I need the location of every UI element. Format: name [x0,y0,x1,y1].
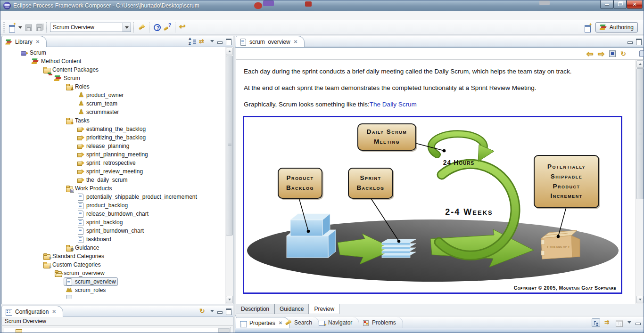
tree-item[interactable]: release_planning [2,142,224,150]
minimize-button[interactable] [600,0,613,9]
configuration-combo[interactable]: Scrum Overview [50,23,131,32]
tab-search[interactable]: Search [281,317,319,328]
tree-item[interactable]: the_daily_scrum [2,176,224,184]
browser-print-icon[interactable] [639,50,644,57]
library-view: Library ✕ Scrum Method Content Content [1,36,233,304]
view-menu-icon[interactable] [627,319,631,326]
new-dropdown-button[interactable] [17,22,23,32]
browser-back-icon[interactable]: ⇦ [586,50,593,58]
tree-item[interactable]: scrum_team [2,99,224,108]
scroll-down-button[interactable] [226,296,233,303]
tab-guidance[interactable]: Guidance [274,304,309,314]
tab-navigator[interactable]: Navigator [315,317,359,328]
tab-problems[interactable]: Problems [359,317,403,328]
tree-item-label: scrummaster [86,109,119,115]
tree-item[interactable]: product_owner [2,91,224,99]
tab-description[interactable]: Description [236,304,274,314]
minimize-view-icon[interactable] [217,38,223,45]
save-button[interactable] [23,22,33,32]
tree-item[interactable]: Tasks [2,116,224,125]
tree-item[interactable] [2,294,224,303]
close-icon[interactable]: ✕ [52,309,56,314]
table-layout-icon[interactable] [615,319,623,326]
minimize-view-icon[interactable] [635,319,641,326]
tree-item[interactable]: scrum_overview [2,269,224,277]
tree-item[interactable]: Scrum [2,49,224,57]
browser-refresh-icon[interactable]: ↻ [620,50,626,57]
menu-item[interactable] [21,15,30,16]
tree-item[interactable]: sprint_review_meeting [2,167,224,176]
tree-item[interactable]: sprint_planning_meeting [2,150,224,159]
tab-library[interactable]: Library ✕ [1,36,47,47]
tree-item[interactable]: scrummaster [2,108,224,116]
tree-item[interactable]: taskboard [2,235,224,244]
browser-forward-icon[interactable]: ⇨ [598,50,604,58]
authoring-perspective-button[interactable]: Authoring [595,22,638,32]
view-menu-icon[interactable] [209,38,214,45]
tree-item[interactable]: Method Content [2,57,224,65]
close-icon[interactable]: ✕ [294,39,297,44]
menu-item[interactable] [55,15,64,16]
tree-item[interactable]: product_backlog [2,201,224,210]
daily-scrum-link[interactable]: The Daily Scrum [370,101,417,108]
close-button[interactable]: ✕ [627,0,643,9]
menu-item[interactable] [30,15,38,16]
scroll-up-button[interactable] [226,48,233,55]
tree-item[interactable]: Custom Categories [2,260,224,269]
tree-layout-icon[interactable] [592,318,600,327]
tree-item[interactable]: Content Packages [2,65,224,74]
tree-item[interactable]: scrum_roles [2,286,224,294]
menu-item[interactable] [47,15,55,16]
menu-item[interactable] [13,15,21,16]
tree-item[interactable]: Standard Categories [2,252,224,260]
view-menu-icon[interactable] [209,308,214,315]
new-method-element-button[interactable] [7,22,17,32]
tree-item[interactable]: Work Products [2,184,224,193]
menu-item[interactable] [38,15,47,16]
configuration-tree[interactable] [4,327,231,333]
scrollbar-thumb[interactable] [636,68,644,199]
tree-item-label: scrum_overview [75,278,116,285]
scroll-up-button[interactable] [636,60,644,68]
tree-item[interactable]: scrum_overview [2,277,224,286]
tree-item[interactable]: Guidance [2,244,224,252]
help-button[interactable] [152,22,162,32]
tree-item[interactable]: estimating_the_backlog [2,125,224,133]
tree-item[interactable]: potentially_shippable_product_incrememen… [2,193,224,201]
tree-item[interactable]: Roles [2,82,224,91]
tab-configuration[interactable]: Configuration ✕ [1,306,63,317]
tree-item[interactable]: release_burndown_chart [2,210,224,218]
tab-scrum-overview-editor[interactable]: scrum_overview ✕ [236,36,305,47]
minimize-editor-icon[interactable] [627,38,633,45]
configuration-combo-dropdown[interactable] [123,23,131,32]
open-perspective-icon[interactable] [584,24,592,31]
maximize-editor-icon[interactable] [636,38,642,45]
authoring-tool-button[interactable] [136,22,147,32]
link-with-editor-icon[interactable] [199,38,206,45]
save-all-button[interactable] [33,22,44,32]
scroll-down-button[interactable] [636,296,644,303]
tree-item[interactable]: prioritizing_the_backlog [2,133,224,142]
refresh-icon[interactable] [199,308,206,315]
tree-item[interactable]: sprint_retrospective [2,159,224,167]
back-to-previous-button[interactable] [178,22,188,32]
maximize-view-icon[interactable] [225,38,231,45]
scrollbar-thumb[interactable] [226,56,233,236]
browser-stop-icon[interactable] [609,50,616,57]
library-scrollbar[interactable] [225,47,233,304]
tree-item[interactable]: sprint_backlog [2,218,224,227]
sort-icon[interactable] [189,38,196,45]
maximize-view-icon[interactable] [225,308,231,315]
flatten-hierarchy-icon[interactable] [604,319,611,326]
packages-icon [43,66,50,73]
product-backlog-box: Product Backlog [278,168,322,199]
help-search-button[interactable] [162,22,173,32]
editor-scrollbar[interactable] [636,60,644,304]
tree-item[interactable]: sprint_burndown_chart [2,227,224,235]
restore-button[interactable] [613,0,627,9]
minimize-view-icon[interactable] [217,308,223,315]
scrollbar-thumb[interactable] [218,328,230,333]
close-icon[interactable]: ✕ [36,39,40,44]
tree-item[interactable]: Scrum [2,74,224,82]
tab-preview[interactable]: Preview [309,304,339,314]
